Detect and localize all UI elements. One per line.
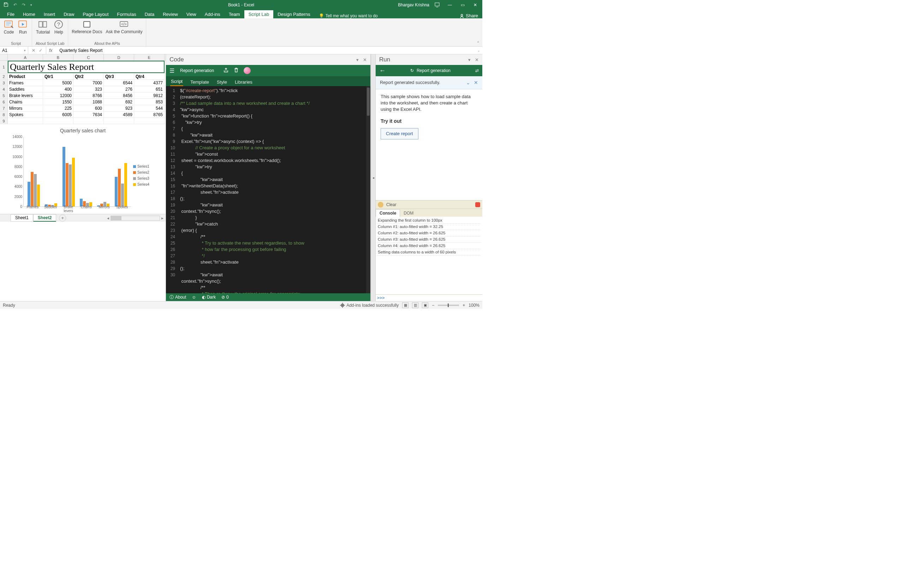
cell[interactable]: 853 (134, 99, 165, 105)
redo-icon[interactable]: ↷ (22, 2, 26, 7)
row-header[interactable]: 9 (0, 118, 8, 124)
pane-close-icon[interactable]: ✕ (363, 57, 367, 63)
close-icon[interactable]: ✕ (470, 0, 480, 10)
accept-formula-icon[interactable]: ✓ (39, 48, 42, 53)
console-prompt[interactable]: >>> (376, 294, 482, 301)
tutorial-button[interactable]: Tutorial (36, 20, 50, 35)
delete-snippet-icon[interactable] (234, 68, 239, 74)
ribbon-tab-file[interactable]: File (3, 10, 19, 18)
clear-console-button[interactable]: Clear (386, 202, 396, 207)
cell[interactable]: 1550 (43, 99, 73, 105)
code-subtab[interactable]: Libraries (234, 78, 253, 86)
cell[interactable]: 923 (104, 105, 134, 111)
cell[interactable]: 5000 (43, 80, 73, 86)
stop-console-icon[interactable] (475, 202, 480, 207)
fx-icon[interactable]: fx (46, 48, 55, 53)
cell[interactable]: 651 (134, 86, 165, 92)
cell[interactable]: 9812 (134, 92, 165, 99)
cell[interactable]: 7000 (73, 80, 104, 86)
column-header[interactable]: D (104, 54, 134, 60)
console-tab[interactable]: DOM (400, 210, 417, 217)
cell[interactable]: Qtr1 (43, 73, 73, 79)
cell[interactable]: 276 (104, 86, 134, 92)
column-header[interactable]: B (43, 54, 73, 60)
add-sheet-button[interactable]: + (59, 215, 66, 222)
cell[interactable]: 323 (73, 86, 104, 92)
expand-notice-icon[interactable]: ⌄ (466, 80, 470, 86)
code-subtab[interactable]: Style (216, 78, 228, 86)
code-subtab[interactable]: Script (170, 77, 183, 86)
cell[interactable]: 600 (73, 105, 104, 111)
cell[interactable]: 6005 (43, 111, 73, 118)
cell[interactable]: 400 (43, 86, 73, 92)
row-header[interactable]: 1 (0, 61, 8, 73)
create-report-button[interactable]: Create report (381, 128, 419, 139)
cell[interactable] (43, 118, 73, 124)
code-button[interactable]: Code (3, 20, 14, 35)
ribbon-tab-insert[interactable]: Insert (40, 10, 60, 18)
cell[interactable]: Product (8, 73, 43, 79)
code-subtab[interactable]: Template (190, 78, 210, 86)
cell[interactable]: Saddles (8, 86, 43, 92)
share-snippet-icon[interactable] (223, 68, 229, 74)
collapse-ribbon-icon[interactable]: ⌃ (477, 41, 480, 45)
ribbon-tab-page-layout[interactable]: Page Layout (79, 10, 113, 18)
row-header[interactable]: 3 (0, 80, 8, 86)
name-box[interactable]: A1▾ (0, 47, 28, 54)
cell[interactable]: 8765 (134, 111, 165, 118)
cell[interactable]: 1088 (73, 99, 104, 105)
column-header[interactable]: E (134, 54, 165, 60)
zoom-in-icon[interactable]: + (462, 303, 465, 308)
ask-community-button[interactable]: </>Ask the Community (105, 20, 142, 34)
zoom-out-icon[interactable]: − (432, 303, 434, 308)
back-icon[interactable]: ← (379, 67, 386, 74)
collapse-code-pane-icon[interactable]: ◂ (371, 54, 376, 301)
editor-scrollbar[interactable] (366, 86, 370, 293)
horizontal-scrollbar[interactable]: ◂ ▸ (66, 216, 166, 221)
ribbon-tab-script-lab[interactable]: Script Lab (244, 10, 274, 18)
cell[interactable]: Chains (8, 99, 43, 105)
theme-toggle[interactable]: ◐ Dark (202, 295, 216, 300)
embedded-chart[interactable]: Quarterly sales chart 140001200010000800… (10, 126, 156, 214)
cell[interactable]: 544 (134, 105, 165, 111)
cell[interactable]: 4377 (134, 80, 165, 86)
maximize-icon[interactable]: ▭ (457, 0, 467, 10)
cell[interactable]: Mirrors (8, 105, 43, 111)
cell[interactable]: Quarterly Sales Report (8, 61, 165, 73)
cell[interactable]: 225 (43, 105, 73, 111)
cell[interactable]: 8456 (104, 92, 134, 99)
cell[interactable]: 4589 (104, 111, 134, 118)
share-button[interactable]: Share (459, 13, 478, 18)
cell[interactable]: 12000 (43, 92, 73, 99)
minimize-icon[interactable]: — (445, 0, 455, 10)
cell[interactable] (134, 118, 165, 124)
dismiss-notice-icon[interactable]: ✕ (474, 80, 478, 86)
reference-docs-button[interactable]: Reference Docs (72, 20, 102, 34)
view-normal-icon[interactable]: ▦ (402, 302, 409, 308)
firebug-icon[interactable] (378, 202, 383, 208)
qat-dropdown-icon[interactable]: ▾ (31, 3, 32, 7)
undo-icon[interactable]: ↶ (13, 2, 17, 7)
cell[interactable]: Qtr2 (73, 73, 104, 79)
row-header[interactable]: 7 (0, 105, 8, 111)
cancel-formula-icon[interactable]: ✕ (32, 48, 35, 53)
cell[interactable]: Qtr4 (134, 73, 165, 79)
row-header[interactable]: 2 (0, 73, 8, 79)
sheet-tab[interactable]: Sheet1 (11, 214, 33, 222)
cell[interactable]: Qtr3 (104, 73, 134, 79)
swap-icon[interactable]: ⇄ (475, 68, 479, 73)
cell[interactable] (73, 118, 104, 124)
cell[interactable]: 692 (104, 99, 134, 105)
view-pagebreak-icon[interactable]: ▣ (422, 302, 428, 308)
view-layout-icon[interactable]: ▥ (412, 302, 419, 308)
save-icon[interactable] (3, 2, 8, 8)
run-pane-close-icon[interactable]: ✕ (475, 57, 479, 63)
error-count[interactable]: ⊘ 0 (221, 295, 229, 300)
zoom-level[interactable]: 100% (469, 303, 480, 308)
ribbon-tab-team[interactable]: Team (225, 10, 244, 18)
run-button[interactable]: Run (18, 20, 28, 35)
cell[interactable]: 7634 (73, 111, 104, 118)
cell[interactable]: 6544 (104, 80, 134, 86)
sheet-tab[interactable]: Sheet2 (33, 214, 56, 222)
ribbon-display-icon[interactable] (432, 0, 442, 10)
